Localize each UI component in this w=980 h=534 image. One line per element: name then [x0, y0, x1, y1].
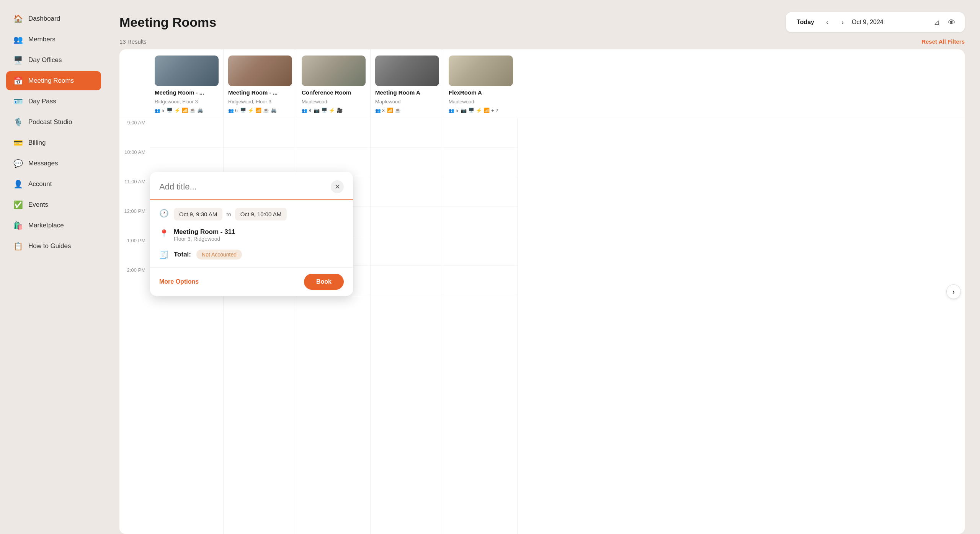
sidebar-item-dashboard[interactable]: 🏠Dashboard [6, 9, 101, 28]
book-button[interactable]: Book [304, 274, 344, 290]
meeting-rooms-icon: 📅 [13, 76, 23, 85]
room-card-image [155, 56, 219, 86]
how-to-guides-icon: 📋 [13, 242, 23, 251]
date-input[interactable] [852, 19, 928, 26]
booking-location: Meeting Room - 311 Floor 3, Ridgewood [174, 228, 235, 242]
sidebar-item-how-to-guides[interactable]: 📋How to Guides [6, 237, 101, 256]
podcast-studio-icon: 🎙️ [13, 118, 23, 127]
timeline-col[interactable] [371, 118, 444, 534]
room-card-image [449, 56, 513, 86]
dashboard-icon: 🏠 [13, 14, 23, 23]
room-card-amenities: 👥 5 🖥️⚡📶☕🖨️ [155, 108, 219, 113]
sidebar-item-events[interactable]: ✅Events [6, 195, 101, 214]
booking-title-input[interactable] [159, 182, 331, 192]
end-time-chip[interactable]: Oct 9, 10:00 AM [235, 208, 287, 220]
sidebar-item-podcast-studio[interactable]: 🎙️Podcast Studio [6, 113, 101, 132]
sidebar-label-day-offices: Day Offices [28, 56, 62, 64]
time-label: 1:00 PM [119, 236, 150, 266]
room-card-amenities: 👥 5 📷🖥️⚡📶+ 2 [449, 108, 513, 113]
messages-icon: 💬 [13, 159, 23, 168]
room-card-name: Meeting Room - ... [228, 89, 292, 96]
booking-title-row: ✕ [159, 180, 344, 193]
timeline-cell[interactable] [371, 177, 444, 207]
sidebar-item-members[interactable]: 👥Members [6, 30, 101, 49]
time-label: 11:00 AM [119, 177, 150, 207]
reset-filters-button[interactable]: Reset All Filters [921, 38, 965, 45]
booking-total-label: Total: [174, 251, 191, 258]
room-card[interactable]: Meeting Room - ... Ridgewood, Floor 3 👥 … [224, 49, 297, 118]
timeline-cell[interactable] [444, 148, 517, 177]
start-time-chip[interactable]: Oct 9, 9:30 AM [174, 208, 222, 220]
marketplace-icon: 🛍️ [13, 221, 23, 230]
room-card-image [228, 56, 292, 86]
today-button[interactable]: Today [793, 17, 818, 27]
timeline-cell[interactable] [224, 118, 297, 148]
members-icon: 👥 [13, 35, 23, 44]
sidebar-item-account[interactable]: 👤Account [6, 175, 101, 194]
room-card-location: Maplewood [449, 99, 513, 105]
timeline-cell[interactable] [444, 236, 517, 266]
timeline-cell[interactable] [371, 148, 444, 177]
timeline-cell[interactable] [297, 118, 370, 148]
timeline-col[interactable] [444, 118, 518, 534]
room-card-image [302, 56, 366, 86]
billing-icon: 💳 [13, 138, 23, 147]
timeline-cell[interactable] [444, 118, 517, 148]
room-card[interactable]: Conference Room Maplewood 👥 8 📷🖥️⚡🎥 [297, 49, 371, 118]
sidebar-label-messages: Messages [28, 160, 58, 167]
sidebar-label-account: Account [28, 180, 52, 188]
room-card-amenities: 👥 3 📶☕ [375, 108, 439, 113]
booking-room-name: Meeting Room - 311 [174, 228, 235, 236]
sidebar-item-messages[interactable]: 💬Messages [6, 154, 101, 173]
sidebar-label-podcast-studio: Podcast Studio [28, 118, 72, 126]
timeline-cell[interactable] [444, 207, 517, 236]
booking-modal: ✕ 🕐 Oct 9, 9:30 AM to Oct 9, 10:00 AM 📍 [150, 172, 353, 296]
timeline-cell[interactable] [150, 118, 223, 148]
timeline-cell[interactable] [371, 266, 444, 295]
clock-icon: 🕐 [159, 209, 168, 218]
sidebar-item-marketplace[interactable]: 🛍️Marketplace [6, 216, 101, 235]
next-date-button[interactable]: › [836, 16, 849, 28]
sidebar-label-marketplace: Marketplace [28, 222, 64, 229]
to-label: to [226, 211, 231, 217]
location-icon: 📍 [159, 229, 168, 238]
room-card-name: FlexRoom A [449, 89, 513, 96]
sidebar-label-billing: Billing [28, 139, 46, 147]
booking-modal-top: ✕ [150, 172, 353, 200]
time-labels: 9:00 AM10:00 AM11:00 AM12:00 PM1:00 PM2:… [119, 118, 150, 534]
booking-time-fields: Oct 9, 9:30 AM to Oct 9, 10:00 AM [174, 208, 287, 220]
room-card-name: Meeting Room - ... [155, 89, 219, 96]
booking-modal-footer: More Options Book [150, 267, 353, 296]
rooms-next-arrow[interactable]: › [946, 284, 961, 299]
room-card-name: Conference Room [302, 89, 366, 96]
sidebar-item-meeting-rooms[interactable]: 📅Meeting Rooms [6, 71, 101, 90]
booking-close-button[interactable]: ✕ [331, 180, 344, 193]
timeline-cell[interactable] [444, 177, 517, 207]
sidebar-label-events: Events [28, 201, 48, 209]
prev-date-button[interactable]: ‹ [821, 16, 833, 28]
timeline-cell[interactable] [371, 207, 444, 236]
booking-time-row: 🕐 Oct 9, 9:30 AM to Oct 9, 10:00 AM [159, 208, 344, 220]
rooms-cards-row: Meeting Room - ... Ridgewood, Floor 3 👥 … [119, 49, 965, 118]
booking-room-floor: Floor 3, Ridgewood [174, 236, 235, 242]
view-toggle-icon[interactable]: 👁 [946, 18, 958, 27]
sidebar-item-day-offices[interactable]: 🖥️Day Offices [6, 51, 101, 70]
sidebar-label-dashboard: Dashboard [28, 15, 60, 23]
room-card[interactable]: Meeting Room A Maplewood 👥 3 📶☕ [371, 49, 444, 118]
time-label: 2:00 PM [119, 266, 150, 295]
room-card[interactable]: Meeting Room - ... Ridgewood, Floor 3 👥 … [150, 49, 224, 118]
page-title: Meeting Rooms [119, 15, 216, 30]
room-card[interactable]: FlexRoom A Maplewood 👥 5 📷🖥️⚡📶+ 2 [444, 49, 518, 118]
timeline-cell[interactable] [371, 236, 444, 266]
filter-icon[interactable]: ⊿ [931, 18, 942, 27]
account-icon: 👤 [13, 180, 23, 189]
timeline-cell[interactable] [371, 118, 444, 148]
timeline-cell[interactable] [444, 266, 517, 295]
sidebar-item-billing[interactable]: 💳Billing [6, 133, 101, 152]
sidebar: 🏠Dashboard👥Members🖥️Day Offices📅Meeting … [0, 0, 107, 534]
results-row: 13 Results Reset All Filters [119, 38, 965, 45]
sidebar-label-day-pass: Day Pass [28, 98, 56, 105]
room-card-name: Meeting Room A [375, 89, 439, 96]
sidebar-item-day-pass[interactable]: 🪪Day Pass [6, 92, 101, 111]
more-options-button[interactable]: More Options [159, 278, 199, 285]
